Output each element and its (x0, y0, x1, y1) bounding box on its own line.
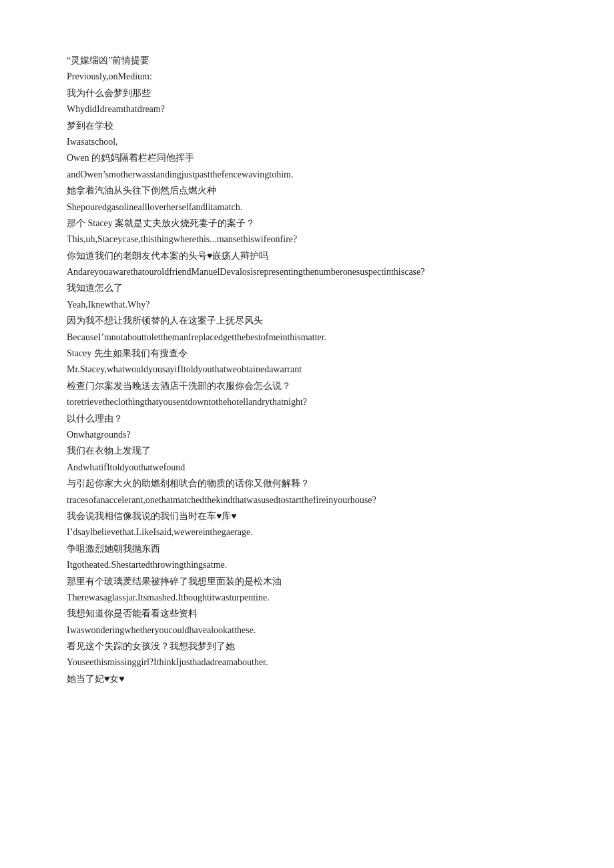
text-line-l23: 以什么理由？ (67, 412, 547, 426)
text-line-l16: Yeah,Iknewthat.Why? (67, 298, 547, 312)
text-line-l38: Youseethismissinggirl?IthinkIjusthadadre… (67, 655, 547, 670)
text-line-l9: 她拿着汽油从头往下倒然后点燃火种 (67, 183, 547, 198)
text-line-l11: 那个 Stacey 案就是丈夫放火烧死妻子的案子？ (67, 216, 547, 231)
main-content: “灵媒缁凶”前情提要Previously,onMedium:我为什么会梦到那些W… (67, 53, 547, 687)
text-line-l12: This,uh,Staceycase,thisthingwherethis...… (67, 232, 547, 247)
text-line-l2: Previously,onMedium: (67, 69, 547, 84)
text-line-l32: Itgotheated.Shestartedthrowingthingsatme… (67, 558, 547, 572)
text-line-l37: 看见这个失踪的女孩没？我想我梦到了她 (67, 639, 547, 654)
text-line-l25: 我们在衣物上发现了 (67, 444, 547, 458)
text-line-l21: 检查门尔案发当晚送去酒店干洗部的衣服你会怎么说？ (67, 379, 547, 394)
text-line-l26: AndwhatifItoldyouthatwefound (67, 460, 547, 475)
text-line-l17: 因为我不想让我所顿替的人在这案子上抚尽风头 (67, 314, 547, 328)
text-line-l15: 我知道怎么了 (67, 281, 547, 296)
text-line-l36: Iwaswonderingwhetheryoucouldhavealookatt… (67, 623, 547, 638)
text-line-l28: tracesofanaccelerant,onethatmatchedtheki… (67, 493, 547, 508)
text-line-l35: 我想知道你是否能看看这些资料 (67, 606, 547, 621)
text-line-l6: Iwasatschool, (67, 135, 547, 149)
text-line-l20: Mr.Stacey,whatwouldyousayifItoldyouthatw… (67, 362, 547, 377)
text-line-l3: 我为什么会梦到那些 (67, 86, 547, 101)
text-line-l10: Shepouredgasolineallloverherselfandlitam… (67, 200, 547, 215)
text-line-l33: 那里有个玻璃羐结果被摔碎了我想里面装的是松木油 (67, 574, 547, 589)
text-line-l1: “灵媒缁凶”前情提要 (67, 53, 547, 68)
text-line-l30: I’dsaylbelievethat.LikeIsaid,wewereinthe… (67, 525, 547, 540)
text-line-l13: 你知道我们的老朗友代本案的头号♥嵌疡人辩护吗 (67, 249, 547, 264)
text-line-l39: 她当了妃♥女♥ (67, 672, 547, 687)
text-line-l19: Stacey 先生如果我们有搜查令 (67, 346, 547, 361)
text-line-l8: andOwen’smotherwasstandingjustpastthefen… (67, 167, 547, 182)
text-line-l18: BecauseI’mnotabouttoletthemanIreplacedge… (67, 330, 547, 345)
text-line-l31: 争咀激烈她朝我抛东西 (67, 542, 547, 556)
text-line-l27: 与引起你家大火的助燃剂相吠合的物质的话你又做何解释？ (67, 476, 547, 491)
text-line-l5: 梦到在学校 (67, 119, 547, 133)
text-line-l4: WhydidIdreamthatdream? (67, 102, 547, 117)
text-line-l29: 我会说我相信像我说的我们当时在车♥库♥ (67, 509, 547, 524)
text-line-l22: toretrievetheclothingthatyousentdowntoth… (67, 395, 547, 410)
text-line-l7: Owen 的妈妈隔着栏栏同他挥手 (67, 151, 547, 165)
text-line-l34: Therewasaglassjar.Itsmashed.Ithoughtitwa… (67, 590, 547, 605)
text-line-l14: AndareyouawarethatouroldfriendManuelDeva… (67, 265, 547, 280)
text-line-l24: Onwhatgrounds? (67, 428, 547, 442)
